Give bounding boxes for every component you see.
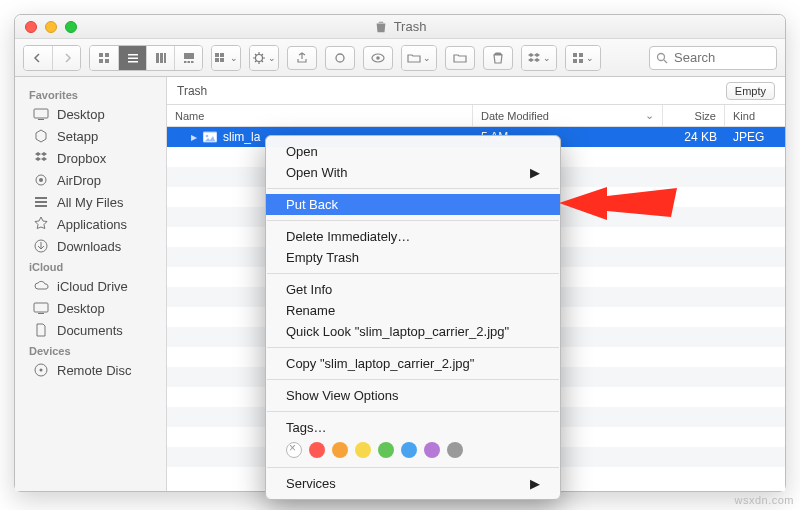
close-window-button[interactable] (25, 21, 37, 33)
menu-open-with[interactable]: Open With▶ (266, 162, 560, 183)
search-field[interactable] (649, 46, 777, 70)
sidebar-item-iclouddrive[interactable]: iCloud Drive (15, 275, 166, 297)
edit-tags-button[interactable] (325, 46, 355, 70)
svg-rect-15 (220, 53, 224, 57)
column-kind[interactable]: Kind (725, 105, 785, 126)
svg-rect-13 (191, 61, 194, 63)
svg-rect-1 (105, 53, 109, 57)
file-kind: JPEG (725, 130, 785, 144)
menu-delete-immediately[interactable]: Delete Immediately… (266, 226, 560, 247)
forward-button[interactable] (52, 46, 80, 70)
context-menu: Open Open With▶ Put Back Delete Immediat… (265, 135, 561, 500)
svg-rect-31 (35, 197, 47, 199)
tag-red[interactable] (309, 442, 325, 458)
svg-point-38 (40, 369, 43, 372)
minimize-window-button[interactable] (45, 21, 57, 33)
tag-gray[interactable] (447, 442, 463, 458)
file-size: 24 KB (663, 130, 725, 144)
column-size[interactable]: Size (663, 105, 725, 126)
tag-blue[interactable] (401, 442, 417, 458)
menu-put-back[interactable]: Put Back (266, 194, 560, 215)
back-button[interactable] (24, 46, 52, 70)
menu-separator (267, 379, 559, 380)
desktop-icon (33, 300, 49, 316)
svg-rect-2 (99, 59, 103, 63)
menu-open[interactable]: Open (266, 141, 560, 162)
delete-button[interactable] (483, 46, 513, 70)
tag-yellow[interactable] (355, 442, 371, 458)
sidebar-item-applications[interactable]: Applications (15, 213, 166, 235)
view-mode-buttons (89, 45, 203, 71)
folder-dropdown-button[interactable]: ⌄ (402, 46, 436, 70)
svg-rect-11 (184, 61, 187, 63)
new-folder-button[interactable] (445, 46, 475, 70)
tag-orange[interactable] (332, 442, 348, 458)
svg-rect-7 (156, 53, 159, 63)
svg-rect-4 (128, 54, 138, 56)
menu-quick-look[interactable]: Quick Look "slim_laptop_carrier_2.jpg" (266, 321, 560, 342)
tag-green[interactable] (378, 442, 394, 458)
sidebar-item-allmyfiles[interactable]: All My Files (15, 191, 166, 213)
search-input[interactable] (674, 50, 770, 65)
location-label: Trash (177, 84, 207, 98)
sidebar-item-airdrop[interactable]: AirDrop (15, 169, 166, 191)
window-controls (25, 21, 77, 33)
tag-purple[interactable] (424, 442, 440, 458)
tag-none[interactable] (286, 442, 302, 458)
sidebar-item-icloud-desktop[interactable]: Desktop (15, 297, 166, 319)
quick-look-button[interactable] (363, 46, 393, 70)
menu-empty-trash[interactable]: Empty Trash (266, 247, 560, 268)
window-title: Trash (394, 19, 427, 34)
zoom-window-button[interactable] (65, 21, 77, 33)
svg-point-19 (336, 54, 344, 62)
trash-icon (374, 20, 388, 34)
svg-rect-0 (99, 53, 103, 57)
sidebar-section-devices: Devices (15, 341, 166, 359)
svg-rect-28 (38, 119, 44, 120)
menu-rename[interactable]: Rename (266, 300, 560, 321)
column-headers: Name Date Modified⌄ Size Kind (167, 105, 785, 127)
sidebar-item-setapp[interactable]: Setapp (15, 125, 166, 147)
column-view-button[interactable] (146, 46, 174, 70)
disc-icon (33, 362, 49, 378)
icon-view-button[interactable] (90, 46, 118, 70)
titlebar: Trash (15, 15, 785, 39)
sidebar-item-dropbox[interactable]: Dropbox (15, 147, 166, 169)
extra-action-button[interactable]: ⌄ (566, 46, 600, 70)
watermark: wsxdn.com (734, 494, 794, 506)
sidebar-item-documents[interactable]: Documents (15, 319, 166, 341)
file-name: slim_la (223, 130, 260, 144)
desktop-icon (33, 106, 49, 122)
svg-rect-10 (184, 53, 194, 59)
sidebar-item-downloads[interactable]: Downloads (15, 235, 166, 257)
menu-copy[interactable]: Copy "slim_laptop_carrier_2.jpg" (266, 353, 560, 374)
file-triangle-icon: ▸ (191, 130, 197, 144)
arrange-button[interactable]: ⌄ (212, 46, 240, 70)
svg-rect-22 (573, 53, 577, 57)
svg-rect-32 (35, 201, 47, 203)
share-button[interactable] (287, 46, 317, 70)
sidebar: Favorites Desktop Setapp Dropbox AirDrop… (15, 77, 167, 491)
menu-tags[interactable]: Tags… (266, 417, 560, 438)
sidebar-item-desktop[interactable]: Desktop (15, 103, 166, 125)
file-icon (203, 131, 217, 143)
svg-rect-3 (105, 59, 109, 63)
svg-rect-17 (220, 58, 224, 62)
sidebar-item-remotedisc[interactable]: Remote Disc (15, 359, 166, 381)
gallery-view-button[interactable] (174, 46, 202, 70)
dropbox-button[interactable]: ⌄ (522, 46, 556, 70)
svg-rect-23 (579, 53, 583, 57)
list-view-button[interactable] (118, 46, 146, 70)
column-date[interactable]: Date Modified⌄ (473, 105, 663, 126)
empty-trash-button[interactable]: Empty (726, 82, 775, 100)
action-button[interactable]: ⌄ (250, 46, 278, 70)
sidebar-section-favorites: Favorites (15, 85, 166, 103)
svg-rect-36 (38, 313, 44, 314)
svg-point-40 (206, 135, 209, 138)
menu-show-view-options[interactable]: Show View Options (266, 385, 560, 406)
column-name[interactable]: Name (167, 105, 473, 126)
airdrop-icon (33, 172, 49, 188)
menu-services[interactable]: Services▶ (266, 473, 560, 494)
menu-get-info[interactable]: Get Info (266, 279, 560, 300)
submenu-arrow-icon: ▶ (530, 165, 540, 180)
